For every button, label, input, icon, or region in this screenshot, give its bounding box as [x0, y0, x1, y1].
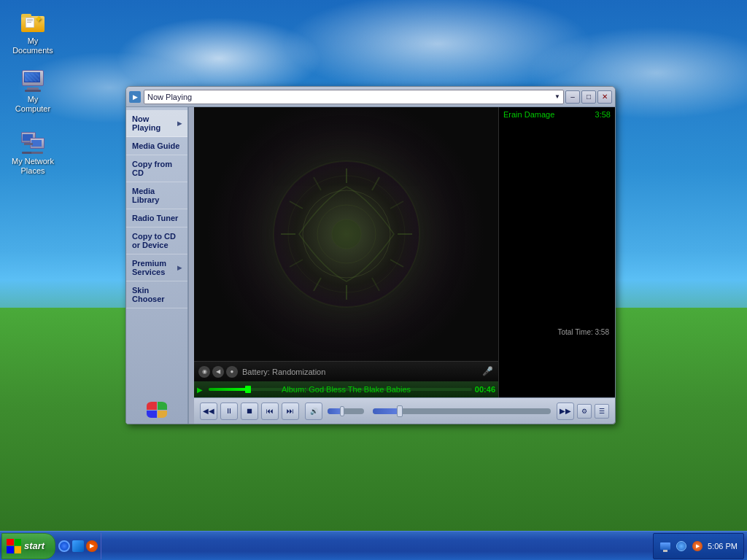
- wmp-minimize-btn[interactable]: –: [565, 90, 580, 104]
- pause-btn[interactable]: ⏸: [220, 402, 238, 420]
- volume-slider[interactable]: [328, 408, 364, 414]
- network-icon: [660, 542, 670, 550]
- svg-line-13: [290, 260, 303, 267]
- progress-play-icon: ▶: [197, 386, 203, 394]
- svg-line-16: [314, 177, 321, 190]
- wmp-body: Now Playing ▶ Media Guide Copy from CD M…: [126, 107, 615, 424]
- nav-radio-tuner[interactable]: Radio Tuner: [126, 209, 187, 228]
- status-btn-1[interactable]: ◉: [198, 366, 210, 378]
- desktop: ✦ My Documents My Computer: [0, 0, 747, 560]
- my-computer-label: My Computer: [10, 95, 55, 114]
- eq-btn[interactable]: ⚙: [577, 404, 592, 419]
- svg-point-4: [332, 219, 361, 249]
- wmp-main: Blake Babies Brain Damage: [194, 107, 615, 424]
- pl-track-time: 3:58: [595, 110, 611, 119]
- volume-btn[interactable]: 🔊: [305, 402, 322, 420]
- wmp-title-text: Now Playing: [147, 93, 192, 101]
- status-text: Battery: Randomization: [242, 368, 482, 376]
- start-button[interactable]: start: [1, 533, 55, 559]
- taskbar: start ▶ ▶ 5:06 PM: [0, 531, 747, 560]
- total-time: Total Time: 3:58: [557, 328, 609, 336]
- progress-elapsed-time: 00:46: [475, 385, 495, 394]
- pl-track-title: Erain Damage: [503, 110, 554, 119]
- progress-bar-fill: [209, 388, 248, 391]
- wmp-maximize-btn[interactable]: □: [581, 90, 596, 104]
- nav-media-library[interactable]: Media Library: [126, 182, 187, 209]
- wmp-window: ▶ Now Playing ▼ – □ ✕ Now Playing ▶ Medi…: [125, 86, 616, 424]
- playlist-panel: Erain Damage 3:58 Total Time: 3:58: [498, 107, 615, 397]
- stop-btn[interactable]: ⏹: [241, 402, 258, 420]
- transport-controls: ◀◀ ⏸ ⏹ ⏮ ⏭ 🔊: [194, 397, 615, 424]
- my-computer-icon[interactable]: My Computer: [7, 66, 58, 117]
- next-btn[interactable]: ⏭: [282, 402, 299, 420]
- progress-thumb: [245, 386, 251, 393]
- my-documents-icon[interactable]: ✦ My Documents: [7, 7, 58, 58]
- progress-area[interactable]: ▶ Album: God Bless The Blake Babies 00:4…: [194, 381, 498, 397]
- rewind-btn[interactable]: ◀◀: [200, 402, 217, 420]
- menu-btn[interactable]: ☰: [595, 404, 609, 419]
- start-label: start: [24, 540, 44, 551]
- nav-media-guide[interactable]: Media Guide: [126, 137, 187, 155]
- prev-btn[interactable]: ⏮: [261, 402, 279, 420]
- wmp-app-icon: ▶: [129, 91, 141, 103]
- wmp-dropdown-arrow: ▼: [554, 93, 560, 100]
- quicklaunch-ie[interactable]: [58, 540, 70, 552]
- seek-fill: [373, 408, 400, 414]
- system-tray: ▶ 5:06 PM: [653, 533, 744, 559]
- status-mic-icon: 🎤: [482, 366, 494, 378]
- nav-copy-from-cd[interactable]: Copy from CD: [126, 155, 187, 182]
- tray-ie-icon: [676, 540, 687, 552]
- windows-logo: [7, 539, 21, 553]
- svg-line-12: [314, 278, 321, 291]
- seek-thumb: [397, 405, 403, 417]
- svg-line-9: [390, 260, 403, 267]
- nav-now-playing-arrow: ▶: [177, 120, 182, 127]
- wmp-titlebar: ▶ Now Playing ▼ – □ ✕: [126, 87, 615, 107]
- wmp-title-dropdown[interactable]: Now Playing ▼: [144, 90, 564, 104]
- nav-premium-services[interactable]: Premium Services ▶: [126, 254, 187, 281]
- svg-line-15: [290, 201, 303, 209]
- nav-copy-to-device[interactable]: Copy to CD or Device: [126, 228, 187, 254]
- transport-right: ⚙ ☰: [577, 404, 609, 419]
- status-btn-3[interactable]: ●: [226, 366, 238, 378]
- my-network-places-icon[interactable]: My Network Places: [7, 128, 58, 179]
- system-clock: 5:06 PM: [708, 542, 738, 551]
- status-icons: ◉ ◀ ●: [198, 366, 238, 378]
- forward-btn[interactable]: ▶▶: [557, 402, 574, 420]
- svg-line-10: [372, 278, 379, 291]
- wmp-scrollbar[interactable]: [188, 107, 194, 424]
- volume-thumb: [340, 406, 344, 416]
- wmp-nav: Now Playing ▶ Media Guide Copy from CD M…: [126, 107, 188, 424]
- nav-premium-services-arrow: ▶: [177, 265, 182, 271]
- status-btn-2[interactable]: ◀: [212, 366, 224, 378]
- tray-media-icon: ▶: [692, 540, 703, 552]
- my-network-places-label: My Network Places: [10, 157, 55, 176]
- recycle-bin-icon[interactable]: ♻ Recycle Bin: [681, 482, 732, 524]
- wmp-status-bar: ◉ ◀ ● Battery: Randomization 🎤: [194, 361, 498, 381]
- progress-track-text: Album: God Bless The Blake Babies: [282, 385, 411, 394]
- svg-line-6: [372, 177, 379, 190]
- visualizer: [194, 107, 498, 361]
- nav-skin-chooser[interactable]: Skin Chooser: [126, 281, 187, 308]
- playlist-item[interactable]: Erain Damage 3:58: [499, 107, 615, 122]
- my-documents-label: My Documents: [10, 36, 55, 55]
- quicklaunch-explorer[interactable]: [72, 540, 84, 552]
- nav-now-playing[interactable]: Now Playing ▶: [126, 110, 187, 137]
- tray-network-icon: [659, 540, 671, 552]
- svg-line-7: [390, 201, 403, 209]
- recycle-bin-label: Recycle Bin: [686, 511, 728, 521]
- quicklaunch-media[interactable]: ▶: [86, 540, 98, 552]
- video-area: Blake Babies Brain Damage: [194, 107, 498, 397]
- wmp-close-btn[interactable]: ✕: [597, 90, 612, 104]
- seek-slider[interactable]: [373, 408, 551, 414]
